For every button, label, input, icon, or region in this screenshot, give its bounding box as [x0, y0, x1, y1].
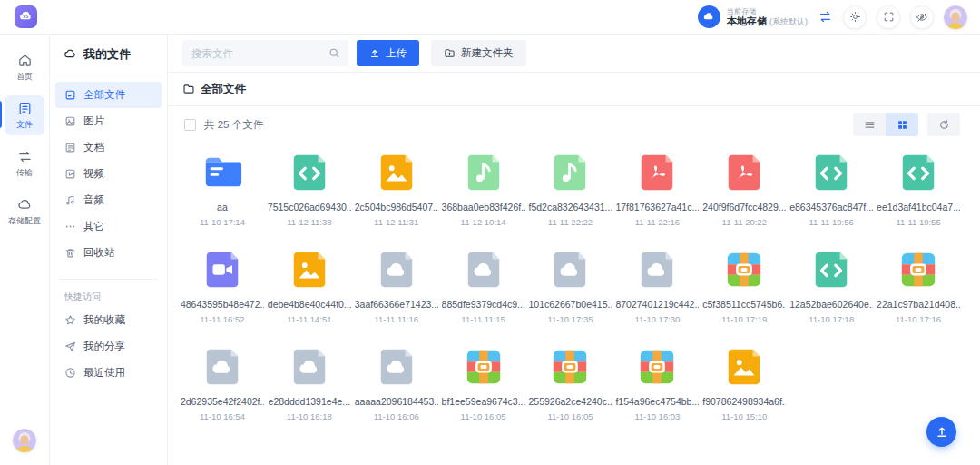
rail-item-label: 传输 — [16, 167, 33, 179]
user-avatar[interactable] — [944, 5, 967, 29]
sidebar-item-others[interactable]: 其它 — [55, 213, 162, 240]
file-name: 17f81763627a41c... — [615, 202, 699, 213]
file-date: 11-11 11:16 — [374, 314, 418, 324]
sidebar-item-recent[interactable]: 最近使用 — [55, 360, 162, 386]
file-card[interactable]: 17f81763627a41c... 11-11 22:16 — [613, 152, 701, 227]
privacy-mode-button[interactable] — [910, 5, 934, 29]
file-date: 11-10 17:35 — [547, 314, 593, 324]
file-card[interactable]: 255926a2ce4240c... 11-10 16:05 — [527, 346, 614, 421]
star-icon — [64, 314, 76, 326]
file-card[interactable]: 3aaf66366e71423... 11-11 11:16 — [353, 249, 440, 324]
file-name: 12a52bae602640e... — [789, 299, 873, 310]
file-name: aa — [217, 202, 228, 213]
user-avatar-bottom[interactable] — [13, 429, 36, 452]
file-card[interactable]: 368baa0eb83f426f... 11-12 10:14 — [440, 152, 527, 227]
file-name: 2c504bc986d5407... — [355, 202, 438, 213]
upload-icon — [369, 48, 380, 59]
upload-button[interactable]: 上传 — [357, 40, 419, 66]
grid-view-button[interactable] — [886, 113, 918, 136]
rail-item-files[interactable]: 文件 — [5, 95, 44, 135]
file-date: 11-10 16:03 — [634, 411, 680, 421]
file-card[interactable]: ee1d3af41bc04a7... 11-11 19:55 — [875, 152, 962, 227]
sidebar-item-pictures[interactable]: 图片 — [55, 108, 162, 134]
file-card[interactable]: debe4b8e40c44f0... 11-11 14:51 — [266, 249, 353, 324]
rail-item-label: 首页 — [16, 71, 33, 83]
storage-selector[interactable]: 当前存储 本地存储 (系统默认) — [698, 5, 808, 28]
list-view-button[interactable] — [853, 113, 886, 136]
rail-item-home[interactable]: 首页 — [5, 47, 44, 87]
code-file-icon — [810, 152, 852, 193]
theme-toggle-button[interactable] — [843, 5, 867, 29]
rail-item-storage-config[interactable]: 存储配置 — [5, 192, 44, 232]
upload-fab[interactable] — [926, 417, 956, 447]
new-folder-button[interactable]: 新建文件夹 — [431, 40, 526, 66]
file-name: 368baa0eb83f426f... — [442, 202, 525, 213]
file-card[interactable]: f5d2ca832643431... 11-11 22:22 — [527, 152, 614, 227]
zip-file-icon — [636, 346, 678, 388]
file-card[interactable]: 48643595b48e472... 11-11 16:52 — [179, 249, 266, 324]
file-name: 7515c026ad69430... — [268, 202, 351, 213]
file-card[interactable]: aa 11-10 17:14 — [179, 152, 266, 227]
file-card[interactable]: aaaaa2096184453... 11-10 16:06 — [353, 346, 440, 421]
file-card[interactable]: 101c62667b0e415... 11-10 17:35 — [527, 249, 614, 324]
clock-icon — [64, 367, 76, 379]
file-card[interactable]: f907862498934a6f... 11-10 15:10 — [701, 346, 788, 421]
top-bar: FS 当前存储 本地存储 (系统默认) — [0, 0, 980, 35]
file-card[interactable]: bf1ee59ea9674c3... 11-10 16:05 — [440, 346, 527, 421]
sidebar-item-all-files[interactable]: 全部文件 — [55, 82, 162, 108]
folder-file-icon — [201, 152, 243, 193]
trash-icon — [64, 247, 76, 259]
file-name: bf1ee59ea9674c3... — [442, 396, 525, 407]
refresh-icon — [938, 119, 950, 131]
file-card[interactable]: 885dfe9379cd4c9... 11-11 11:15 — [440, 249, 527, 324]
file-name: e28dddd1391e4e... — [269, 396, 351, 407]
image-file-icon — [376, 152, 417, 193]
file-name: debe4b8e40c44f0... — [268, 299, 351, 310]
file-card[interactable]: 240f9f6d7fcc4829... 11-11 20:22 — [701, 152, 788, 227]
file-card[interactable]: 7515c026ad69430... 11-12 11:38 — [266, 152, 353, 227]
select-all-checkbox[interactable] — [184, 119, 196, 131]
search-icon[interactable] — [328, 46, 340, 63]
file-date: 11-11 14:51 — [287, 314, 331, 324]
rail-item-transfer[interactable]: 传输 — [5, 143, 44, 183]
file-card[interactable]: e86345376ac847f... 11-11 19:56 — [788, 152, 875, 227]
file-card[interactable]: 87027401219c442... 11-10 17:30 — [613, 249, 701, 324]
file-name: f154a96ec4754bb... — [615, 396, 699, 407]
file-date: 11-10 16:18 — [287, 411, 332, 421]
transfer-icon — [17, 149, 33, 164]
sidebar-item-favorites[interactable]: 我的收藏 — [55, 307, 162, 333]
file-card[interactable]: 2d62935e42f2402f... 11-10 16:54 — [179, 346, 266, 421]
file-count: 共 25 个文件 — [204, 118, 263, 132]
file-card[interactable]: 12a52bae602640e... 11-10 17:18 — [788, 249, 875, 324]
search-input[interactable] — [182, 40, 348, 66]
file-card[interactable]: f154a96ec4754bb... 11-10 16:03 — [613, 346, 701, 421]
sidebar-item-documents[interactable]: 文档 — [55, 134, 162, 161]
file-date: 11-12 10:14 — [461, 217, 506, 227]
file-card[interactable]: e28dddd1391e4e... 11-10 16:18 — [266, 346, 353, 421]
sidebar-item-shares[interactable]: 我的分享 — [55, 333, 162, 360]
file-name: ee1d3af41bc04a7... — [877, 202, 960, 213]
code-file-icon — [289, 152, 330, 193]
unknown-file-icon — [549, 249, 591, 291]
breadcrumb[interactable]: 全部文件 — [168, 73, 980, 106]
switch-storage-icon[interactable] — [818, 9, 833, 25]
search-box — [182, 40, 348, 66]
file-card[interactable]: 2c504bc986d5407... 11-12 11:31 — [353, 152, 440, 227]
others-icon — [64, 221, 76, 232]
sidebar-item-videos[interactable]: 视频 — [55, 161, 162, 187]
list-view-icon — [864, 119, 876, 131]
sidebar-item-recycle-bin[interactable]: 回收站 — [55, 240, 162, 266]
sidebar-item-audio[interactable]: 音频 — [55, 187, 162, 213]
file-date: 11-12 11:38 — [287, 217, 331, 227]
file-date: 11-10 17:14 — [200, 217, 245, 227]
refresh-button[interactable] — [927, 113, 960, 136]
app-window: FS 当前存储 本地存储 (系统默认) — [0, 0, 980, 465]
toolbar: 上传 新建文件夹 — [168, 35, 980, 73]
file-card[interactable]: 22a1c97ba21d408... 11-10 17:16 — [875, 249, 962, 324]
file-card[interactable]: c5f38511cc5745b6... 11-10 17:19 — [701, 249, 788, 324]
fullscreen-button[interactable] — [877, 5, 900, 29]
zip-file-icon — [897, 249, 939, 291]
app-logo-icon: FS — [15, 5, 37, 28]
file-name: 87027401219c442... — [615, 299, 699, 310]
unknown-file-icon — [463, 249, 505, 291]
